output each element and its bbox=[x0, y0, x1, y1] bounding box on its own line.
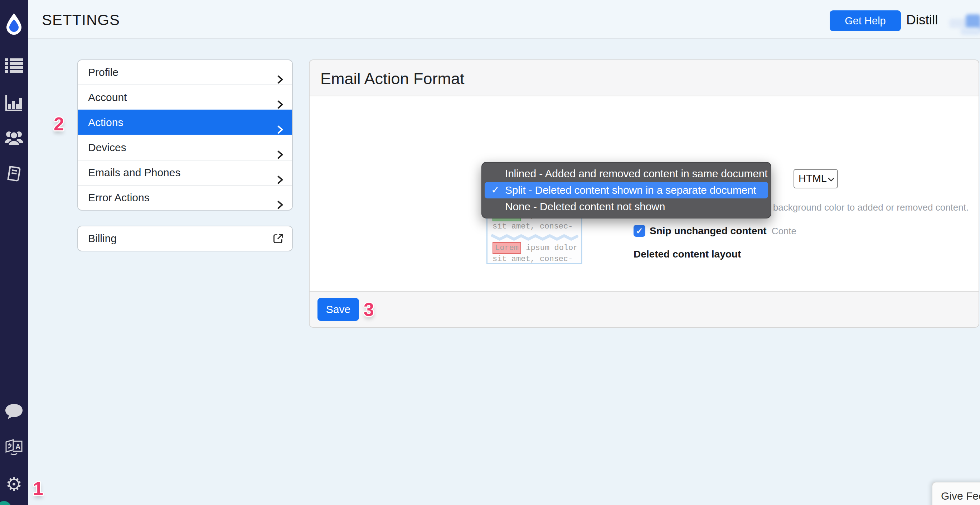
docs-book-icon[interactable] bbox=[0, 166, 28, 183]
chat-bubble-icon[interactable] bbox=[0, 403, 28, 421]
snip-unchanged-label: Snip unchanged content bbox=[650, 225, 767, 237]
billing-label: Billing bbox=[88, 226, 117, 251]
check-icon: ✓ bbox=[636, 226, 643, 236]
sidebar-item-account[interactable]: Account bbox=[78, 84, 292, 110]
settings-nav: Profile Account Actions Devices Emails a… bbox=[77, 59, 293, 210]
sidebar-item-emails-and-phones[interactable]: Emails and Phones bbox=[78, 160, 292, 185]
settings-gear-icon[interactable]: ⚙ bbox=[0, 475, 28, 494]
deleted-content-layout-label: Deleted content layout bbox=[633, 248, 741, 261]
sidebar-item-profile[interactable]: Profile bbox=[78, 60, 292, 84]
distill-logo[interactable] bbox=[5, 13, 23, 35]
sidebar: A ⚙ bbox=[0, 0, 28, 505]
water-drop-icon bbox=[5, 13, 23, 35]
chevron-down-icon bbox=[828, 177, 834, 183]
content-format-select[interactable]: HTML bbox=[794, 169, 838, 188]
top-bar: SETTINGS Get Help Distill bbox=[28, 0, 980, 39]
panel-title: Email Action Format bbox=[320, 60, 465, 96]
give-feedback-button[interactable]: Give Fee bbox=[932, 482, 980, 505]
nav-label: Actions bbox=[88, 116, 123, 128]
brand-name: Distill bbox=[906, 0, 938, 38]
snip-squiggle-icon bbox=[491, 234, 578, 241]
get-help-button[interactable]: Get Help bbox=[830, 10, 901, 31]
sidebar-item-billing[interactable]: Billing bbox=[77, 226, 293, 252]
deleted-content-layout-dropdown: Inlined - Added and removed content in s… bbox=[481, 162, 771, 218]
dropdown-option-none[interactable]: None - Deleted content not shown bbox=[482, 198, 771, 215]
annotation-step-1: 1 bbox=[33, 478, 43, 499]
external-link-icon bbox=[273, 233, 283, 245]
translate-icon[interactable]: A bbox=[0, 438, 28, 456]
reports-chart-icon[interactable] bbox=[0, 94, 28, 112]
check-icon: ✓ bbox=[491, 182, 499, 198]
nav-label: Error Actions bbox=[88, 192, 150, 204]
nav-label: Account bbox=[88, 91, 127, 103]
snip-unchanged-row: Snip unchanged content Conte bbox=[650, 225, 796, 237]
annotation-step-3: 3 bbox=[364, 299, 374, 320]
blurred-account-info bbox=[961, 27, 980, 35]
snip-unchanged-description: Conte bbox=[772, 225, 796, 237]
chevron-right-icon bbox=[277, 193, 283, 210]
svg-text:A: A bbox=[15, 443, 21, 451]
sidebar-item-error-actions[interactable]: Error Actions bbox=[78, 185, 292, 210]
nav-label: Emails and Phones bbox=[88, 167, 181, 178]
watchlist-icon[interactable] bbox=[0, 58, 28, 73]
page-title: SETTINGS bbox=[42, 0, 120, 38]
preview-added-line2: sit amet, consec- bbox=[493, 221, 581, 232]
sidebar-item-devices[interactable]: Devices bbox=[78, 135, 292, 160]
snip-unchanged-checkbox[interactable]: ✓ bbox=[633, 225, 645, 237]
distill-settings-screen: A ⚙ SETTINGS Get Help Distill Profile Ac… bbox=[0, 0, 980, 505]
preview-removed-line1: Lorem ipsum dolor bbox=[493, 242, 581, 253]
content-format-value: HTML bbox=[799, 170, 827, 186]
sidebar-item-actions[interactable]: Actions bbox=[78, 110, 292, 135]
removed-highlight: Lorem bbox=[493, 242, 521, 254]
nav-label: Devices bbox=[88, 142, 126, 153]
nav-label: Profile bbox=[88, 66, 118, 78]
dropdown-option-split[interactable]: ✓ Split - Deleted content shown in a sep… bbox=[485, 182, 768, 198]
preview-removed-line2: sit amet, consec- bbox=[493, 253, 581, 264]
groups-icon[interactable] bbox=[0, 130, 28, 146]
highlight-changes-description: Adds a background color to added or remo… bbox=[741, 201, 969, 214]
panel-footer: Save bbox=[310, 291, 978, 327]
annotation-step-2: 2 bbox=[54, 113, 64, 135]
panel-header: Email Action Format bbox=[310, 60, 978, 96]
blurred-account-info bbox=[949, 19, 968, 28]
dropdown-option-inlined[interactable]: Inlined - Added and removed content in s… bbox=[482, 166, 771, 182]
save-button[interactable]: Save bbox=[318, 298, 359, 321]
